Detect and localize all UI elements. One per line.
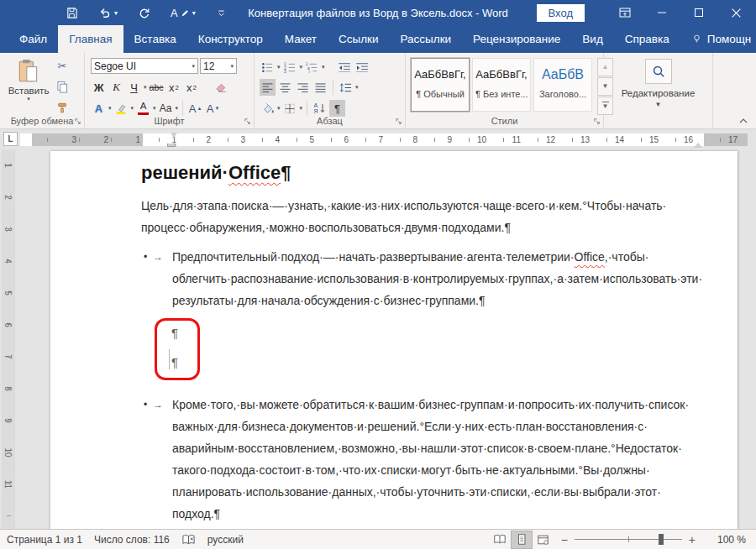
stylus-dropdown-icon[interactable]: ▾ bbox=[192, 9, 196, 17]
font-color-button[interactable]: А bbox=[135, 100, 151, 117]
tab-layout[interactable]: Макет bbox=[274, 25, 328, 53]
stylus-tool-button[interactable]: А ▾ bbox=[171, 7, 196, 19]
find-button[interactable] bbox=[645, 59, 672, 84]
line-spacing-button[interactable] bbox=[338, 79, 354, 96]
text-effects-button[interactable]: А bbox=[91, 100, 107, 117]
customize-qat-button[interactable] bbox=[216, 8, 227, 18]
text-effects-dropdown-icon[interactable]: ▾ bbox=[108, 105, 112, 112]
numbering-button[interactable]: 123 bbox=[282, 59, 298, 76]
editing-dropdown-icon[interactable]: ▼ bbox=[604, 101, 712, 108]
font-color-dropdown-icon[interactable]: ▾ bbox=[153, 105, 156, 112]
tab-selector[interactable]: L bbox=[3, 132, 18, 146]
zoom-in-button[interactable]: + bbox=[682, 533, 702, 546]
tab-view[interactable]: Вид bbox=[571, 25, 613, 53]
font-dialog-launcher[interactable] bbox=[244, 118, 251, 125]
shading-button[interactable] bbox=[260, 100, 276, 117]
zoom-level[interactable]: 100 % bbox=[702, 534, 756, 546]
tab-references[interactable]: Ссылки bbox=[328, 25, 390, 53]
styles-dialog-launcher[interactable] bbox=[593, 118, 601, 125]
right-indent-marker[interactable] bbox=[694, 139, 702, 148]
zoom-slider-thumb[interactable] bbox=[659, 534, 664, 545]
align-center-button[interactable] bbox=[277, 79, 293, 96]
underline-dropdown-icon[interactable]: ▾ bbox=[144, 84, 147, 91]
print-layout-button[interactable] bbox=[511, 531, 533, 549]
tab-help[interactable]: Справка bbox=[614, 25, 680, 53]
tab-mailings[interactable]: Рассылки bbox=[390, 25, 463, 53]
collapse-ribbon-button[interactable] bbox=[739, 118, 748, 124]
tab-insert[interactable]: Вставка bbox=[123, 25, 187, 53]
underline-button[interactable]: Ч bbox=[126, 79, 142, 96]
italic-button[interactable]: К bbox=[108, 79, 124, 96]
font-size-combo[interactable]: 12▾ bbox=[200, 58, 237, 74]
shrink-font-button[interactable]: А▼ bbox=[205, 100, 221, 117]
vertical-ruler[interactable]: 1234567891011 bbox=[2, 149, 15, 529]
align-right-button[interactable] bbox=[295, 79, 311, 96]
grow-font-button[interactable]: А▲ bbox=[187, 100, 203, 117]
document-page[interactable]: решений·Office¶ Цель·​для·​этапа·​поиска… bbox=[50, 151, 738, 529]
tab-assistant[interactable]: Помощн bbox=[680, 25, 756, 53]
font-size-dropdown-icon[interactable]: ▾ bbox=[230, 63, 234, 70]
page-count[interactable]: Страница 1 из 1 bbox=[7, 534, 82, 546]
tab-home[interactable]: Главная bbox=[58, 25, 123, 53]
borders-dropdown-icon[interactable]: ▾ bbox=[300, 105, 303, 112]
minimize-button[interactable] bbox=[643, 0, 680, 25]
show-marks-button[interactable]: ¶ bbox=[329, 100, 345, 117]
bold-button[interactable]: Ж bbox=[91, 79, 107, 96]
paragraph-dialog-launcher[interactable] bbox=[395, 118, 402, 125]
sign-in-button[interactable]: Вход bbox=[537, 4, 585, 22]
font-name-combo[interactable]: Segoe UI▾ bbox=[91, 58, 198, 74]
undo-dropdown-icon[interactable]: ▾ bbox=[114, 9, 118, 17]
copy-button[interactable] bbox=[54, 79, 71, 94]
editing-group-label[interactable]: Редактирование bbox=[604, 88, 712, 98]
style-card-no-spacing[interactable]: АаБбВвГг, ¶ Без инте... bbox=[472, 58, 531, 112]
highlight-color-button[interactable] bbox=[113, 100, 129, 117]
superscript-button[interactable]: x2 bbox=[184, 79, 200, 96]
change-case-dropdown-icon[interactable]: ▾ bbox=[176, 105, 179, 112]
change-case-button[interactable]: Аа bbox=[158, 100, 174, 117]
justify-button[interactable] bbox=[312, 79, 328, 96]
left-indent-marker[interactable] bbox=[167, 144, 176, 147]
format-painter-button[interactable] bbox=[54, 100, 71, 115]
cut-button[interactable]: ✂ bbox=[54, 58, 71, 73]
redo-button[interactable] bbox=[138, 7, 150, 19]
word-count[interactable]: Число слов: 116 bbox=[94, 534, 170, 546]
shading-dropdown-icon[interactable]: ▾ bbox=[277, 105, 281, 112]
tab-file[interactable]: Файл bbox=[8, 25, 58, 53]
tab-review[interactable]: Рецензирование bbox=[462, 25, 571, 53]
numbering-dropdown-icon[interactable]: ▾ bbox=[300, 64, 303, 71]
paste-button[interactable]: Вставить ▾ bbox=[7, 59, 50, 102]
proofing-status[interactable] bbox=[181, 534, 196, 546]
bullets-dropdown-icon[interactable]: ▾ bbox=[277, 64, 281, 71]
font-name-dropdown-icon[interactable]: ▾ bbox=[192, 63, 195, 70]
style-card-normal[interactable]: АаБбВвГг, ¶ Обычный bbox=[411, 58, 470, 112]
ribbon-display-options-button[interactable] bbox=[606, 0, 643, 25]
line-spacing-dropdown-icon[interactable]: ▾ bbox=[355, 84, 359, 91]
web-layout-button[interactable] bbox=[533, 531, 554, 549]
highlight-dropdown-icon[interactable]: ▾ bbox=[131, 105, 134, 112]
borders-button[interactable] bbox=[282, 100, 298, 117]
language-indicator[interactable]: русский bbox=[207, 534, 244, 546]
multilevel-list-button[interactable]: 1ai bbox=[304, 59, 320, 76]
sort-button[interactable]: АЯ bbox=[312, 100, 328, 117]
subscript-button[interactable]: x2 bbox=[166, 79, 182, 96]
read-mode-button[interactable] bbox=[489, 531, 511, 549]
strikethrough-button[interactable]: abc bbox=[149, 79, 165, 96]
zoom-out-button[interactable]: − bbox=[554, 533, 575, 546]
undo-button[interactable]: ▾ bbox=[98, 7, 118, 19]
clipboard-dialog-launcher[interactable] bbox=[74, 118, 81, 125]
horizontal-ruler[interactable]: 321 12345678910111213141516 17 bbox=[20, 133, 748, 146]
tab-design[interactable]: Конструктор bbox=[187, 25, 274, 53]
save-button[interactable] bbox=[66, 7, 78, 19]
multilevel-dropdown-icon[interactable]: ▾ bbox=[322, 64, 325, 71]
style-card-heading[interactable]: АаБбВ Заголово... bbox=[533, 58, 592, 112]
document-content[interactable]: решений·Office¶ Цель·​для·​этапа·​поиска… bbox=[50, 151, 738, 525]
maximize-button[interactable] bbox=[680, 0, 717, 25]
paste-dropdown-icon[interactable]: ▾ bbox=[7, 96, 50, 102]
clear-formatting-button[interactable] bbox=[213, 79, 229, 96]
close-button[interactable] bbox=[717, 0, 754, 25]
align-left-button[interactable] bbox=[260, 79, 276, 96]
increase-indent-button[interactable] bbox=[354, 59, 370, 76]
decrease-indent-button[interactable] bbox=[337, 59, 353, 76]
zoom-slider[interactable] bbox=[575, 539, 682, 540]
bullets-button[interactable] bbox=[260, 59, 276, 76]
